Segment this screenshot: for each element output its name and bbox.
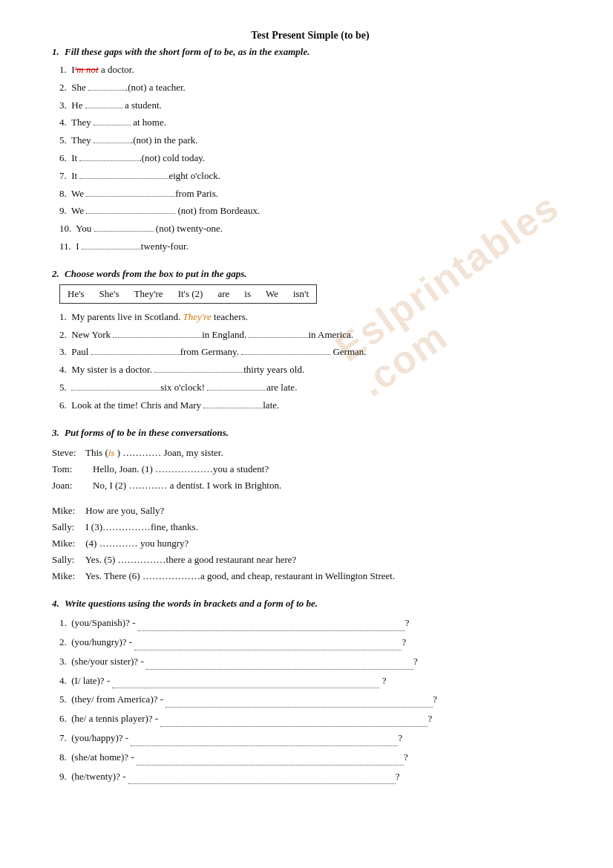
section-3-number: 3. <box>52 427 59 438</box>
list-item: 2. New York in England. in America. <box>59 327 568 343</box>
section-4-instruction: Write questions using the words in brack… <box>65 598 318 609</box>
list-item: 8. (she/at home)? - ? <box>59 750 568 766</box>
list-item: 1. I'm not a doctor. <box>59 62 568 78</box>
list-item: 8. We from Paris. <box>59 186 568 202</box>
conv-line: Mike: Yes. There (6) ………………a good, and c… <box>52 568 568 584</box>
conv-line: Sally: Yes. (5) ……………there a good restau… <box>52 552 568 568</box>
list-item: 4. They at home. <box>59 115 568 131</box>
list-item: 3. (she/your sister)? - ? <box>59 654 568 670</box>
list-item: 4. (I/ late)? - ? <box>59 673 568 689</box>
list-item: 6. (he/ a tennis player)? - ? <box>59 711 568 727</box>
conv-line: Joan: No, I (2) ………… a dentist. I work i… <box>52 477 568 494</box>
section-2: 2. Choose words from the box to put in t… <box>52 268 568 414</box>
conv-line: Mike: (4) ………… you hungry? <box>52 535 568 552</box>
section-3: 3. Put forms of to be in these conversat… <box>52 427 568 585</box>
list-item: 2. (you/hungry)? - ? <box>59 635 568 650</box>
list-item: 3. He a student. <box>59 98 568 114</box>
section-1: 1. Fill these gaps with the short form o… <box>52 46 568 255</box>
list-item: 10. You (not) twenty-one. <box>59 221 568 237</box>
list-item: 6. It .(not) cold today. <box>59 151 568 166</box>
conv-line: Mike: How are you, Sally? <box>52 503 568 519</box>
section-2-instruction: Choose words from the box to put in the … <box>65 268 247 279</box>
conv-line: Sally: I (3)……………fine, thanks. <box>52 519 568 535</box>
list-item: 9. We (not) from Bordeaux. <box>59 203 568 219</box>
section-4-number: 4. <box>52 598 59 609</box>
conversation-2: Mike: How are you, Sally? Sally: I (3)……… <box>52 503 568 584</box>
list-item: 1. My parents live in Scotland. They're … <box>59 310 568 325</box>
section-1-instruction: Fill these gaps with the short form of t… <box>65 46 309 57</box>
conversation-1: Steve: This (is ) ………… Joan, my sister. … <box>52 445 568 494</box>
word-box: He's She's They're It's (2) are is We is… <box>59 284 317 304</box>
list-item: 6. Look at the time! Chris and Mary late… <box>59 398 568 414</box>
section-4-list: 1. (you/Spanish)? - ? 2. (you/hungry)? -… <box>52 616 568 784</box>
page-title: Test Present Simple (to be) <box>52 30 568 42</box>
list-item: 4. My sister is a doctor. thirty years o… <box>59 362 568 378</box>
list-item: 2. She .(not) a teacher. <box>59 80 568 96</box>
section-1-list: 1. I'm not a doctor. 2. She .(not) a tea… <box>52 62 568 255</box>
list-item: 11. I twenty-four. <box>59 239 568 255</box>
section-3-instruction: Put forms of to be in these conversation… <box>65 427 229 438</box>
section-2-list: 1. My parents live in Scotland. They're … <box>52 310 568 414</box>
list-item: 7. (you/happy)? - ? <box>59 731 568 746</box>
list-item: 9. (he/twenty)? - ? <box>59 769 568 785</box>
list-item: 5. (they/ from America)? - ? <box>59 692 568 708</box>
conv-line: Steve: This (is ) ………… Joan, my sister. <box>52 445 568 461</box>
list-item: 3. Paul from Germany. German. <box>59 345 568 360</box>
conv-line: Tom: Hello, Joan. (1) ………………you a studen… <box>52 461 568 477</box>
list-item: 1. (you/Spanish)? - ? <box>59 616 568 631</box>
section-1-number: 1. <box>52 46 59 57</box>
list-item: 5. They .(not) in the park. <box>59 133 568 149</box>
list-item: 5. six o'clock! are late. <box>59 380 568 396</box>
section-2-number: 2. <box>52 268 59 279</box>
section-4: 4. Write questions using the words in br… <box>52 598 568 784</box>
list-item: 7. It eight o'clock. <box>59 169 568 184</box>
